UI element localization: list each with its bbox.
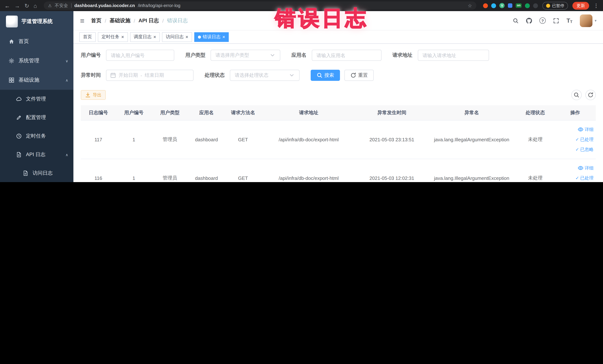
url-path: /infra/log/api-error-log [138, 3, 180, 8]
sidebar-item-config-management[interactable]: 配置管理 [0, 108, 73, 127]
search-icon [574, 92, 580, 98]
fullscreen-icon[interactable] [553, 18, 559, 23]
start-date-placeholder: 开始日期 [119, 72, 138, 79]
col-request-url: 请求地址 [261, 105, 356, 120]
app-logo[interactable]: 芋道管理系统 [0, 11, 73, 32]
user-id-input[interactable] [106, 50, 174, 61]
detail-link[interactable]: 详细 [557, 124, 593, 134]
toggle-search-button[interactable] [571, 90, 582, 100]
browser-home-icon[interactable]: ⌂ [34, 3, 37, 8]
col-exception-time: 异常发生时间 [356, 105, 427, 120]
app-name-input[interactable] [312, 50, 381, 61]
browser-back-icon[interactable]: ← [4, 3, 10, 8]
browser-menu-icon[interactable]: ⋮ [593, 3, 599, 9]
export-button[interactable]: 导出 [81, 90, 106, 100]
close-icon[interactable]: × [121, 35, 124, 39]
filter-actions: 搜索 重置 [311, 70, 374, 81]
close-icon[interactable]: × [222, 35, 225, 39]
extension-icon-on-badge[interactable]: on [516, 3, 522, 8]
cell-user-type: 管理员 [152, 159, 188, 182]
col-user-id: 用户编号 [116, 105, 152, 120]
cell-user-id: 1 [116, 159, 152, 182]
browser-forward-icon[interactable]: → [14, 3, 20, 8]
help-icon[interactable]: ? [539, 17, 546, 24]
avatar [580, 14, 592, 27]
calendar-icon [110, 72, 116, 78]
cloud-icon [16, 96, 22, 102]
paused-badge[interactable]: 已暂停 [542, 2, 568, 10]
filter-label: 用户类型 [185, 52, 205, 59]
infrastructure-icon [8, 77, 14, 83]
chevron-down-icon [289, 72, 295, 78]
font-size-icon[interactable]: TT [567, 18, 572, 23]
breadcrumb-api-log[interactable]: API 日志 [139, 17, 159, 24]
active-tab-dot [198, 35, 201, 38]
refresh-table-button[interactable] [585, 90, 596, 100]
tab-schedule-log[interactable]: 调度日志 × [130, 32, 160, 42]
divider [71, 3, 71, 8]
cell-actions: 详细 ✓ 已处理 ✓ 已忽略 [555, 120, 596, 159]
col-exception-name: 异常名 [427, 105, 516, 120]
filter-label: 用户编号 [81, 52, 101, 59]
extension-icon-paw[interactable] [533, 3, 538, 8]
table-header-row: 日志编号 用户编号 用户类型 应用名 请求方法名 请求地址 异常发生时间 异常名… [81, 105, 596, 120]
clock-icon [16, 133, 22, 139]
search-icon[interactable] [513, 18, 519, 23]
extension-icon-vue[interactable]: V [499, 3, 505, 8]
breadcrumb-infrastructure[interactable]: 基础设施 [110, 17, 130, 24]
sidebar-item-file-management[interactable]: 文件管理 [0, 90, 73, 108]
tab-access-log[interactable]: 访问日志 × [162, 32, 192, 42]
sidebar-item-home[interactable]: 首页 [0, 32, 73, 51]
detail-link[interactable]: 详细 [557, 163, 593, 173]
tab-home[interactable]: 首页 [79, 32, 96, 42]
extension-icon-blue[interactable] [491, 3, 496, 8]
table-row: 116 1 管理员 dashboard GET /api/infra/db-do… [81, 159, 596, 182]
cell-method: GET [225, 120, 261, 159]
tab-error-log[interactable]: 错误日志 × [194, 32, 229, 42]
request-url-input[interactable] [418, 50, 489, 61]
sidebar-item-api-log[interactable]: API 日志 ∧ [0, 145, 73, 164]
mark-processed-link[interactable]: ✓ 已处理 [557, 134, 593, 144]
search-button[interactable]: 搜索 [311, 70, 340, 81]
reset-button[interactable]: 重置 [344, 70, 374, 81]
check-icon: ✓ [575, 144, 579, 154]
screen: ← → ↻ ⌂ ⚠ 不安全 dashboard.yudao.iocoder.cn… [0, 0, 603, 182]
sidebar-item-system-management[interactable]: 系统管理 ∨ [0, 51, 73, 70]
end-date-placeholder: 结束日期 [145, 72, 164, 79]
breadcrumb-home[interactable]: 首页 [91, 17, 101, 24]
bookmark-star-icon[interactable]: ☆ [468, 3, 472, 8]
mark-ignored-link[interactable]: ✓ 已忽略 [557, 144, 593, 154]
col-user-type: 用户类型 [152, 105, 188, 120]
cell-request-url: /api/infra/db-doc/export-html [261, 159, 356, 182]
user-type-select[interactable]: 请选择用户类型 [210, 50, 280, 61]
browser-update-button[interactable]: 更新 [572, 2, 589, 10]
browser-reload-icon[interactable]: ↻ [24, 3, 29, 8]
tab-scheduled-tasks[interactable]: 定时任务 × [98, 32, 128, 42]
col-method: 请求方法名 [225, 105, 261, 120]
hamburger-icon[interactable]: ≡ [80, 17, 84, 24]
chevron-up-icon: ∧ [65, 153, 68, 157]
extension-icon-grid[interactable] [508, 3, 512, 8]
github-icon[interactable] [526, 18, 532, 23]
check-icon: ✓ [575, 134, 579, 144]
sidebar-item-infrastructure[interactable]: 基础设施 ∧ [0, 70, 73, 90]
smiley-icon [546, 3, 550, 8]
page-content: 用户编号 用户类型 请选择用户类型 应用名 [73, 44, 603, 182]
address-bar[interactable]: ⚠ 不安全 dashboard.yudao.iocoder.cn /infra/… [44, 1, 476, 10]
process-status-select[interactable]: 请选择处理状态 [230, 70, 300, 81]
extension-icon-orange[interactable] [483, 3, 488, 8]
sidebar-item-access-log[interactable]: 访问日志 [0, 164, 73, 182]
cell-exception-name: java.lang.IllegalArgumentException [427, 120, 516, 159]
cell-app-name: dashboard [188, 120, 225, 159]
security-label[interactable]: 不安全 [55, 2, 68, 9]
sidebar-item-scheduled-tasks[interactable]: 定时任务 [0, 127, 73, 145]
close-icon[interactable]: × [153, 35, 156, 39]
error-log-table: 日志编号 用户编号 用户类型 应用名 请求方法名 请求地址 异常发生时间 异常名… [81, 105, 596, 182]
date-range-picker[interactable]: 开始日期 - 结束日期 [106, 70, 194, 81]
mark-processed-link[interactable]: ✓ 已处理 [557, 173, 593, 182]
eye-icon [578, 127, 583, 132]
col-app-name: 应用名 [188, 105, 225, 120]
extension-icon-green[interactable] [525, 3, 530, 8]
user-menu[interactable]: ▾ [580, 14, 596, 27]
close-icon[interactable]: × [185, 35, 188, 39]
